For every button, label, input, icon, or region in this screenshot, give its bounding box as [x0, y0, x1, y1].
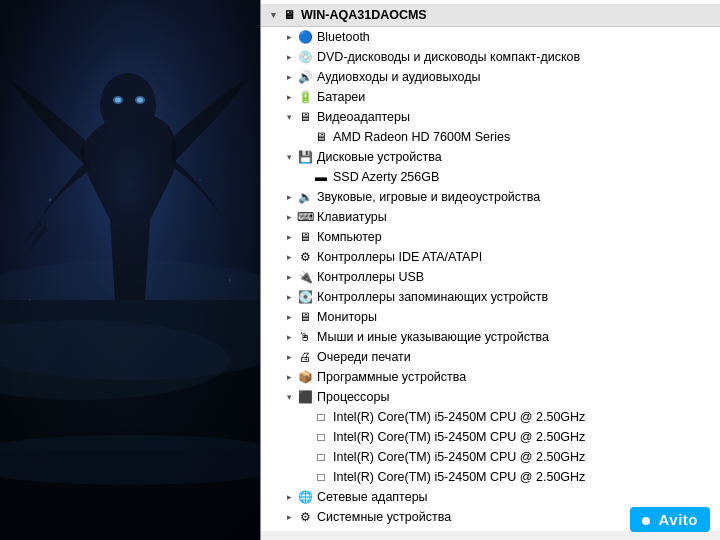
- expand-icon-root: [265, 7, 281, 23]
- expand-batteries: [281, 89, 297, 105]
- bluetooth-label: Bluetooth: [317, 28, 716, 46]
- sound-game-label: Звуковые, игровые и видеоустройства: [317, 188, 716, 206]
- processors-item[interactable]: ⬛ Процессоры: [261, 387, 720, 407]
- computer-root-node[interactable]: 🖥 WIN-AQA31DAOCMS: [261, 4, 720, 27]
- disk-icon: 💾: [297, 149, 313, 165]
- video-adapters-label: Видеоадаптеры: [317, 108, 716, 126]
- svg-point-14: [199, 179, 201, 181]
- expand-disk: [281, 149, 297, 165]
- gpu-icon: 🖥: [313, 129, 329, 145]
- cpu2-icon: □: [313, 429, 329, 445]
- batteries-label: Батареи: [317, 88, 716, 106]
- dvd-item[interactable]: 💿 DVD-дисководы и дисководы компакт-диск…: [261, 47, 720, 67]
- expand-cpu3: [297, 449, 313, 465]
- audio-label: Аудиовходы и аудиовыходы: [317, 68, 716, 86]
- mice-label: Мыши и иные указывающие устройства: [317, 328, 716, 346]
- disk-devices-item[interactable]: 💾 Дисковые устройства: [261, 147, 720, 167]
- ssd-label: SSD Azerty 256GB: [333, 168, 716, 186]
- network-icon: 🌐: [297, 489, 313, 505]
- usb-icon: 🔌: [297, 269, 313, 285]
- cpu4-item[interactable]: □ Intel(R) Core(TM) i5-2450M CPU @ 2.50G…: [261, 467, 720, 487]
- bluetooth-item[interactable]: 🔵 Bluetooth: [261, 27, 720, 47]
- expand-monitors: [281, 309, 297, 325]
- processors-label: Процессоры: [317, 388, 716, 406]
- expand-ssd: [297, 169, 313, 185]
- usb-label: Контроллеры USB: [317, 268, 716, 286]
- expand-software: [281, 369, 297, 385]
- svg-point-10: [28, 50, 228, 350]
- ssd-item[interactable]: ▬ SSD Azerty 256GB: [261, 167, 720, 187]
- expand-dvd: [281, 49, 297, 65]
- device-tree: 🖥 WIN-AQA31DAOCMS 🔵 Bluetooth 💿 DVD-диск…: [261, 0, 720, 531]
- cpu1-icon: □: [313, 409, 329, 425]
- expand-mice: [281, 329, 297, 345]
- expand-keyboard: [281, 209, 297, 225]
- expand-bluetooth: [281, 29, 297, 45]
- print-queues-item[interactable]: 🖨 Очереди печати: [261, 347, 720, 367]
- cpu3-icon: □: [313, 449, 329, 465]
- computer-item[interactable]: 🖥 Компьютер: [261, 227, 720, 247]
- usb-item[interactable]: 🔌 Контроллеры USB: [261, 267, 720, 287]
- monitors-label: Мониторы: [317, 308, 716, 326]
- monitors-item[interactable]: 🖥 Мониторы: [261, 307, 720, 327]
- expand-system: [281, 509, 297, 525]
- storage-controllers-label: Контроллеры запоминающих устройств: [317, 288, 716, 306]
- expand-cpu4: [297, 469, 313, 485]
- printer-icon: 🖨: [297, 349, 313, 365]
- software-devices-label: Программные устройства: [317, 368, 716, 386]
- cpu1-item[interactable]: □ Intel(R) Core(TM) i5-2450M CPU @ 2.50G…: [261, 407, 720, 427]
- audio-icon: 🔊: [297, 69, 313, 85]
- expand-cpu2: [297, 429, 313, 445]
- expand-usb: [281, 269, 297, 285]
- avito-label: Avito: [659, 511, 698, 528]
- expand-sound: [281, 189, 297, 205]
- keyboards-item[interactable]: ⌨ Клавиатуры: [261, 207, 720, 227]
- sound-icon: 🔉: [297, 189, 313, 205]
- expand-ide: [281, 249, 297, 265]
- bluetooth-icon: 🔵: [297, 29, 313, 45]
- background-art: [0, 0, 260, 540]
- keyboards-label: Клавиатуры: [317, 208, 716, 226]
- ssd-icon: ▬: [313, 169, 329, 185]
- expand-audio: [281, 69, 297, 85]
- computer-label: Компьютер: [317, 228, 716, 246]
- svg-point-12: [0, 435, 260, 485]
- display-icon: 🖥: [297, 109, 313, 125]
- avito-badge[interactable]: Avito: [630, 507, 710, 532]
- keyboard-icon: ⌨: [297, 209, 313, 225]
- cpu2-item[interactable]: □ Intel(R) Core(TM) i5-2450M CPU @ 2.50G…: [261, 427, 720, 447]
- svg-point-13: [49, 199, 52, 202]
- computer-name-label: WIN-AQA31DAOCMS: [301, 6, 716, 24]
- cpu2-label: Intel(R) Core(TM) i5-2450M CPU @ 2.50GHz: [333, 428, 716, 446]
- disk-devices-label: Дисковые устройства: [317, 148, 716, 166]
- video-adapters-item[interactable]: 🖥 Видеоадаптеры: [261, 107, 720, 127]
- cpu-icon: ⬛: [297, 389, 313, 405]
- audio-item[interactable]: 🔊 Аудиовходы и аудиовыходы: [261, 67, 720, 87]
- batteries-item[interactable]: 🔋 Батареи: [261, 87, 720, 107]
- ide-item[interactable]: ⚙ Контроллеры IDE ATA/ATAPI: [261, 247, 720, 267]
- expand-computer: [281, 229, 297, 245]
- svg-point-16: [229, 279, 232, 282]
- amd-item[interactable]: 🖥 AMD Radeon HD 7600M Series: [261, 127, 720, 147]
- cpu3-item[interactable]: □ Intel(R) Core(TM) i5-2450M CPU @ 2.50G…: [261, 447, 720, 467]
- expand-processors: [281, 389, 297, 405]
- computer-icon: 🖥: [281, 7, 297, 23]
- expand-storage: [281, 289, 297, 305]
- battery-icon: 🔋: [297, 89, 313, 105]
- system-icon: ⚙: [297, 509, 313, 525]
- cpu1-label: Intel(R) Core(TM) i5-2450M CPU @ 2.50GHz: [333, 408, 716, 426]
- sound-game-item[interactable]: 🔉 Звуковые, игровые и видеоустройства: [261, 187, 720, 207]
- amd-label: AMD Radeon HD 7600M Series: [333, 128, 716, 146]
- mice-item[interactable]: 🖱 Мыши и иные указывающие устройства: [261, 327, 720, 347]
- dvd-label: DVD-дисководы и дисководы компакт-дисков: [317, 48, 716, 66]
- storage-controllers-item[interactable]: 💽 Контроллеры запоминающих устройств: [261, 287, 720, 307]
- mouse-icon: 🖱: [297, 329, 313, 345]
- software-devices-item[interactable]: 📦 Программные устройства: [261, 367, 720, 387]
- print-queues-label: Очереди печати: [317, 348, 716, 366]
- ide-label: Контроллеры IDE ATA/ATAPI: [317, 248, 716, 266]
- device-manager-panel: 🖥 WIN-AQA31DAOCMS 🔵 Bluetooth 💿 DVD-диск…: [260, 0, 720, 540]
- expand-video: [281, 109, 297, 125]
- network-adapters-label: Сетевые адаптеры: [317, 488, 716, 506]
- network-adapters-item[interactable]: 🌐 Сетевые адаптеры: [261, 487, 720, 507]
- storage-icon: 💽: [297, 289, 313, 305]
